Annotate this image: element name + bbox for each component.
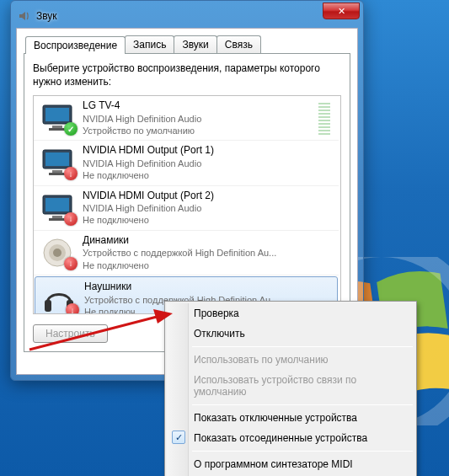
monitor-icon: ↓	[39, 192, 76, 224]
close-icon: ✕	[338, 6, 345, 17]
device-driver: NVIDIA High Definition Audio	[83, 202, 334, 214]
menu-item[interactable]: Показать отсоединенные устройства✓	[167, 428, 414, 448]
svg-rect-12	[49, 218, 66, 221]
device-info: NVIDIA HDMI Output (Port 1)NVIDIA High D…	[83, 144, 334, 181]
window-title: Звук	[36, 10, 356, 22]
check-badge-icon: ✓	[64, 122, 78, 136]
svg-rect-2	[45, 108, 69, 121]
device-list[interactable]: ✓LG TV-4NVIDIA High Definition AudioУстр…	[33, 95, 341, 314]
device-row[interactable]: ↓NVIDIA HDMI Output (Port 1)NVIDIA High …	[34, 141, 339, 185]
down-arrow-badge-icon: ↓	[64, 212, 78, 226]
device-info: ДинамикиУстройство с поддержкой High Def…	[83, 234, 334, 271]
menu-separator	[192, 346, 413, 347]
menu-separator	[192, 404, 413, 405]
tab-2[interactable]: Звуки	[174, 35, 216, 53]
sound-icon	[18, 9, 31, 23]
device-status: Не подключено	[83, 214, 334, 226]
svg-rect-8	[49, 173, 66, 175]
svg-rect-7	[52, 170, 62, 173]
tab-1[interactable]: Запись	[125, 35, 174, 53]
svg-rect-10	[45, 198, 69, 211]
device-row[interactable]: ↓NVIDIA HDMI Output (Port 2)NVIDIA High …	[34, 186, 339, 231]
speaker-icon: ↓	[39, 237, 76, 269]
menu-item[interactable]: О программном синтезаторе MIDI	[167, 454, 414, 474]
device-driver: Устройство с поддержкой High Definition …	[83, 247, 334, 259]
monitor-icon: ↓	[39, 147, 76, 179]
menu-item[interactable]: Отключить	[167, 324, 414, 344]
configure-button[interactable]: Настроить	[33, 324, 108, 343]
device-name: NVIDIA HDMI Output (Port 1)	[83, 144, 334, 158]
tab-3[interactable]: Связь	[216, 35, 261, 53]
check-icon: ✓	[172, 431, 185, 444]
tab-strip: ВоспроизведениеЗаписьЗвукиСвязь	[24, 35, 350, 53]
close-button[interactable]: ✕	[323, 3, 360, 19]
svg-rect-16	[45, 300, 51, 312]
svg-rect-4	[49, 128, 66, 131]
svg-rect-6	[45, 152, 69, 166]
headphones-icon: ↓	[40, 283, 78, 314]
svg-point-15	[53, 249, 61, 257]
device-name: Динамики	[83, 234, 334, 248]
menu-separator	[192, 451, 413, 452]
device-name: NVIDIA HDMI Output (Port 2)	[83, 190, 334, 203]
down-arrow-badge-icon: ↓	[66, 303, 79, 314]
device-info: NVIDIA HDMI Output (Port 2)NVIDIA High D…	[83, 190, 334, 227]
device-info: LG TV-4NVIDIA High Definition AudioУстро…	[83, 99, 312, 136]
title-bar: Звук ✕	[16, 6, 358, 28]
menu-item: Использовать устройство связи по умолчан…	[167, 370, 414, 402]
menu-item: Использовать по умолчанию	[167, 350, 414, 370]
monitor-icon: ✓	[39, 102, 76, 134]
device-status: Не подключено	[83, 259, 334, 271]
device-status: Устройство по умолчанию	[83, 125, 312, 136]
tab-0[interactable]: Воспроизведение	[25, 36, 126, 54]
device-driver: NVIDIA High Definition Audio	[83, 158, 334, 169]
level-meter	[318, 101, 330, 135]
down-arrow-badge-icon: ↓	[64, 257, 78, 270]
instruction-text: Выберите устройство воспроизведения, пар…	[33, 62, 341, 88]
device-name: Наушники	[84, 281, 332, 294]
device-row[interactable]: ✓LG TV-4NVIDIA High Definition AudioУстр…	[34, 96, 339, 141]
device-status: Не подключено	[83, 169, 334, 181]
device-name: LG TV-4	[83, 99, 312, 113]
svg-rect-3	[52, 126, 62, 128]
svg-rect-11	[52, 216, 62, 218]
device-row[interactable]: ↓ДинамикиУстройство с поддержкой High De…	[34, 231, 339, 275]
device-driver: NVIDIA High Definition Audio	[83, 113, 312, 125]
context-menu: ПроверкаОтключитьИспользовать по умолчан…	[164, 301, 417, 476]
menu-item[interactable]: Проверка	[167, 303, 414, 324]
down-arrow-badge-icon: ↓	[64, 167, 78, 180]
menu-item[interactable]: Показать отключенные устройства	[167, 408, 414, 428]
